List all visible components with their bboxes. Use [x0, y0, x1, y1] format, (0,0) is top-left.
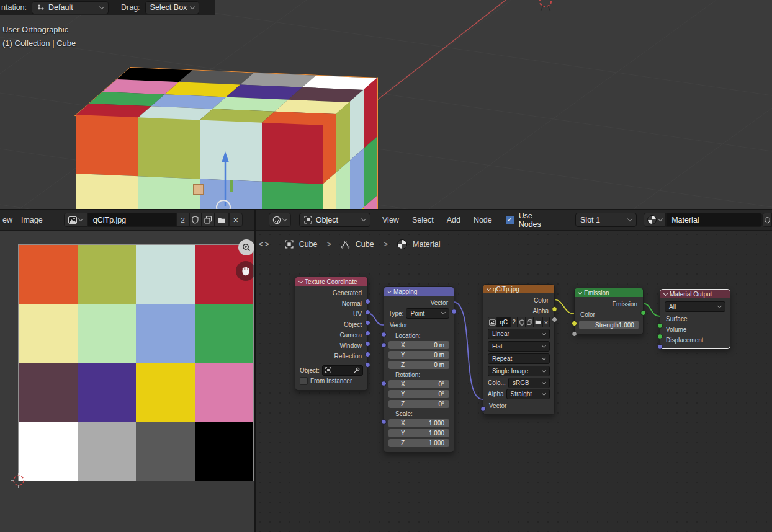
- rotation-z-field[interactable]: Z0°: [388, 400, 449, 408]
- new-image-button[interactable]: [526, 317, 534, 327]
- extension-dropdown[interactable]: Repeat: [488, 353, 550, 364]
- open-image-button[interactable]: [534, 317, 542, 327]
- image-name-field[interactable]: qC: [497, 317, 510, 327]
- menu-select[interactable]: Select: [411, 215, 435, 226]
- image-browse-button[interactable]: [64, 213, 88, 227]
- socket-color-output[interactable]: [552, 306, 557, 312]
- mapping-type-dropdown[interactable]: Point: [406, 308, 449, 319]
- socket-scale-input[interactable]: [381, 419, 387, 425]
- rotation-x-field[interactable]: X0°: [388, 380, 449, 388]
- breadcrumb-mesh[interactable]: Cube: [356, 240, 374, 249]
- material-name-field[interactable]: Material: [666, 213, 762, 227]
- socket-camera-output[interactable]: [365, 341, 370, 347]
- unlink-image-button[interactable]: ×: [229, 213, 243, 227]
- use-nodes-checkbox[interactable]: ✓: [506, 216, 514, 224]
- scale-y-field[interactable]: Y1.000: [388, 429, 449, 437]
- node-header[interactable]: Emission: [575, 288, 643, 297]
- editor-type-button[interactable]: [269, 213, 291, 227]
- eyedropper-icon[interactable]: [354, 367, 360, 373]
- object-picker-field[interactable]: [322, 365, 363, 376]
- socket-window-output[interactable]: [365, 352, 370, 357]
- strength-field[interactable]: Strength 1.000: [579, 321, 639, 329]
- interpolation-dropdown[interactable]: Linear: [488, 329, 550, 339]
- socket-location-input[interactable]: [381, 342, 387, 348]
- viewport-3d[interactable]: User Orthographic (1) Collection | Cube …: [0, 0, 772, 210]
- socket-uv-output[interactable]: [365, 320, 370, 326]
- projection-dropdown[interactable]: Flat: [488, 341, 550, 352]
- material-browse-button[interactable]: [644, 213, 666, 227]
- fake-user-button[interactable]: [518, 317, 526, 327]
- menu-node[interactable]: Node: [472, 215, 493, 226]
- menu-view[interactable]: ew: [1, 215, 14, 226]
- socket-reflection-output[interactable]: [365, 362, 370, 368]
- scale-z-field[interactable]: Z1.000: [388, 439, 449, 447]
- socket-alpha-output[interactable]: [552, 317, 557, 322]
- z-axis-arrowhead[interactable]: [222, 151, 229, 162]
- location-y-field[interactable]: Y0 m: [388, 351, 449, 359]
- material-fake-user-button[interactable]: [762, 213, 772, 227]
- open-image-button[interactable]: [215, 213, 229, 227]
- new-image-button[interactable]: [202, 213, 215, 227]
- unlink-image-button[interactable]: ×: [542, 317, 550, 327]
- socket-object-output[interactable]: [365, 330, 370, 336]
- collapse-chevron-icon[interactable]: [578, 290, 582, 294]
- collapse-chevron-icon[interactable]: [387, 288, 392, 293]
- pan-gizmo-button[interactable]: [236, 261, 255, 281]
- collapse-chevron-icon[interactable]: [298, 278, 303, 283]
- move-gizmo[interactable]: [211, 146, 248, 210]
- node-material-output[interactable]: Material Output All Surface Volume Displ…: [660, 289, 730, 349]
- socket-displacement-input[interactable]: [657, 344, 663, 350]
- rotation-y-field[interactable]: Y0°: [388, 390, 449, 398]
- zoom-gizmo-button[interactable]: [238, 239, 254, 255]
- image-name-field[interactable]: qCiTp.jpg: [88, 213, 177, 227]
- output-target-dropdown[interactable]: All: [665, 301, 725, 312]
- node-header[interactable]: Texture Coordinate: [295, 277, 367, 286]
- node-header[interactable]: Material Output: [660, 290, 730, 298]
- plane-handle-beige[interactable]: [193, 184, 204, 195]
- location-z-field[interactable]: Z0 m: [388, 361, 449, 369]
- socket-volume-input[interactable]: [657, 334, 663, 339]
- fake-user-button[interactable]: [189, 213, 202, 227]
- menu-add[interactable]: Add: [446, 215, 462, 226]
- vertical-splitter[interactable]: [254, 210, 256, 532]
- collapse-chevron-icon[interactable]: [487, 286, 491, 290]
- location-x-field[interactable]: X0 m: [388, 341, 449, 349]
- socket-vector-input[interactable]: [381, 332, 387, 337]
- socket-color-input[interactable]: [572, 321, 577, 326]
- image-users-button[interactable]: 2: [177, 213, 189, 227]
- breadcrumb-object[interactable]: Cube: [299, 240, 318, 249]
- node-texture-coordinate[interactable]: Texture Coordinate Generated Normal UV O…: [295, 277, 368, 391]
- scale-x-field[interactable]: X1.000: [388, 419, 449, 427]
- shader-type-dropdown[interactable]: Object: [299, 213, 370, 227]
- transform-orientation-dropdown[interactable]: Default: [32, 1, 109, 14]
- collapse-arrows[interactable]: <>: [259, 240, 271, 249]
- drag-mode-dropdown[interactable]: Select Box: [145, 1, 200, 14]
- socket-normal-output[interactable]: [365, 309, 370, 315]
- socket-vector-input[interactable]: [480, 406, 486, 412]
- image-browse-button[interactable]: [488, 317, 497, 327]
- texture-image[interactable]: [19, 245, 253, 481]
- source-dropdown[interactable]: Single Image: [488, 366, 550, 376]
- alpha-mode-dropdown[interactable]: Straight: [506, 389, 550, 399]
- socket-surface-input[interactable]: [657, 323, 663, 329]
- menu-view[interactable]: View: [381, 215, 400, 226]
- socket-emission-output[interactable]: [640, 310, 646, 316]
- cube-front-face[interactable]: [76, 115, 323, 210]
- node-image-texture[interactable]: qCiTp.jpg Color Alpha qC 2 × Linear Flat…: [483, 284, 555, 415]
- plane-handle-green[interactable]: [230, 180, 233, 192]
- socket-generated-output[interactable]: [365, 299, 370, 304]
- colorspace-dropdown[interactable]: sRGB: [508, 378, 550, 388]
- from-instancer-checkbox[interactable]: [300, 377, 308, 385]
- material-slot-dropdown[interactable]: Slot 1: [575, 213, 637, 227]
- node-emission[interactable]: Emission Emission Color Strength 1.000: [574, 288, 644, 335]
- gizmo-center-circle[interactable]: [217, 200, 230, 210]
- image-users-button[interactable]: 2: [510, 317, 518, 327]
- breadcrumb-material[interactable]: Material: [413, 240, 440, 249]
- socket-rotation-input[interactable]: [381, 381, 387, 386]
- use-nodes-label[interactable]: Use Nodes: [518, 210, 558, 230]
- node-header[interactable]: qCiTp.jpg: [483, 285, 554, 293]
- socket-strength-input[interactable]: [572, 331, 577, 337]
- node-mapping[interactable]: Mapping Vector Type: Point Vector Locati…: [384, 286, 454, 453]
- menu-image[interactable]: Image: [20, 215, 44, 226]
- collapse-chevron-icon[interactable]: [663, 291, 668, 295]
